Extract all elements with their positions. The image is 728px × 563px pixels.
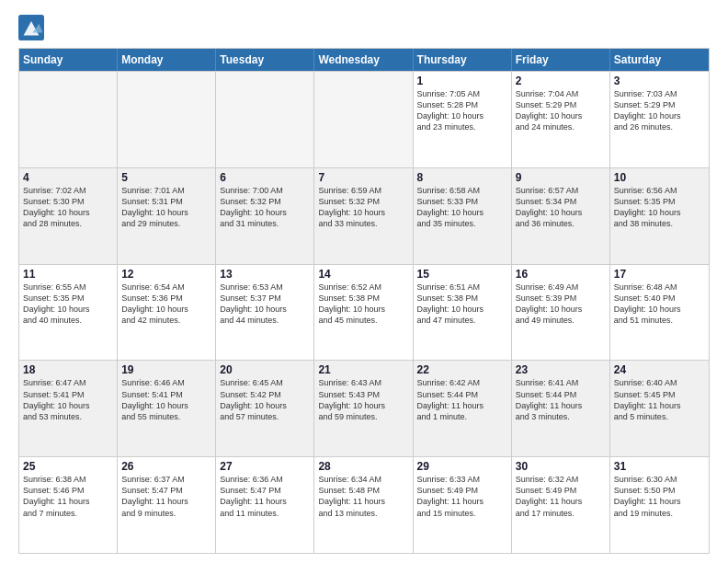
calendar-cell bbox=[19, 72, 118, 167]
day-number: 1 bbox=[417, 75, 507, 87]
day-number: 3 bbox=[614, 75, 705, 87]
day-number: 31 bbox=[614, 460, 705, 473]
day-info: Sunrise: 7:01 AM Sunset: 5:31 PM Dayligh… bbox=[121, 185, 211, 230]
day-number: 30 bbox=[516, 460, 606, 473]
calendar-cell: 13Sunrise: 6:53 AM Sunset: 5:37 PM Dayli… bbox=[216, 265, 314, 361]
day-info: Sunrise: 7:05 AM Sunset: 5:28 PM Dayligh… bbox=[417, 88, 507, 133]
day-number: 21 bbox=[318, 363, 408, 376]
day-number: 11 bbox=[23, 268, 113, 281]
logo-area bbox=[18, 15, 48, 40]
calendar-cell: 10Sunrise: 6:56 AM Sunset: 5:35 PM Dayli… bbox=[610, 168, 709, 264]
day-info: Sunrise: 6:42 AM Sunset: 5:44 PM Dayligh… bbox=[417, 377, 507, 422]
day-info: Sunrise: 6:30 AM Sunset: 5:50 PM Dayligh… bbox=[614, 474, 705, 519]
calendar-header-saturday: Saturday bbox=[610, 49, 709, 71]
calendar-cell: 29Sunrise: 6:33 AM Sunset: 5:49 PM Dayli… bbox=[414, 457, 512, 553]
day-info: Sunrise: 6:32 AM Sunset: 5:49 PM Dayligh… bbox=[516, 474, 606, 519]
day-number: 8 bbox=[417, 171, 507, 184]
day-info: Sunrise: 6:43 AM Sunset: 5:43 PM Dayligh… bbox=[318, 377, 408, 422]
day-number: 19 bbox=[121, 363, 211, 376]
day-info: Sunrise: 6:59 AM Sunset: 5:32 PM Dayligh… bbox=[318, 185, 408, 230]
calendar-cell: 17Sunrise: 6:48 AM Sunset: 5:40 PM Dayli… bbox=[610, 265, 709, 361]
calendar-cell: 15Sunrise: 6:51 AM Sunset: 5:38 PM Dayli… bbox=[414, 265, 512, 361]
calendar-cell bbox=[118, 72, 216, 167]
calendar-cell bbox=[314, 72, 413, 167]
calendar-cell: 1Sunrise: 7:05 AM Sunset: 5:28 PM Daylig… bbox=[414, 72, 512, 167]
day-info: Sunrise: 6:54 AM Sunset: 5:36 PM Dayligh… bbox=[121, 282, 211, 327]
calendar-cell: 27Sunrise: 6:36 AM Sunset: 5:47 PM Dayli… bbox=[216, 457, 314, 553]
day-info: Sunrise: 6:57 AM Sunset: 5:34 PM Dayligh… bbox=[516, 185, 606, 230]
day-info: Sunrise: 6:38 AM Sunset: 5:46 PM Dayligh… bbox=[23, 474, 113, 519]
day-number: 28 bbox=[318, 460, 408, 473]
calendar-header-sunday: Sunday bbox=[19, 49, 118, 71]
calendar-header-wednesday: Wednesday bbox=[314, 49, 413, 71]
calendar-cell: 11Sunrise: 6:55 AM Sunset: 5:35 PM Dayli… bbox=[19, 265, 118, 361]
calendar-cell: 19Sunrise: 6:46 AM Sunset: 5:41 PM Dayli… bbox=[118, 361, 216, 456]
calendar-cell: 26Sunrise: 6:37 AM Sunset: 5:47 PM Dayli… bbox=[118, 457, 216, 553]
day-number: 22 bbox=[417, 363, 507, 376]
day-info: Sunrise: 6:41 AM Sunset: 5:44 PM Dayligh… bbox=[516, 377, 606, 422]
day-info: Sunrise: 7:02 AM Sunset: 5:30 PM Dayligh… bbox=[23, 185, 113, 230]
calendar-cell: 30Sunrise: 6:32 AM Sunset: 5:49 PM Dayli… bbox=[512, 457, 610, 553]
calendar-row-4: 25Sunrise: 6:38 AM Sunset: 5:46 PM Dayli… bbox=[19, 456, 709, 553]
calendar-cell: 18Sunrise: 6:47 AM Sunset: 5:41 PM Dayli… bbox=[19, 361, 118, 456]
day-number: 15 bbox=[417, 268, 507, 281]
day-info: Sunrise: 7:03 AM Sunset: 5:29 PM Dayligh… bbox=[614, 88, 705, 133]
day-info: Sunrise: 7:04 AM Sunset: 5:29 PM Dayligh… bbox=[516, 88, 606, 133]
day-info: Sunrise: 6:46 AM Sunset: 5:41 PM Dayligh… bbox=[121, 377, 211, 422]
day-info: Sunrise: 6:45 AM Sunset: 5:42 PM Dayligh… bbox=[220, 377, 310, 422]
day-info: Sunrise: 6:34 AM Sunset: 5:48 PM Dayligh… bbox=[318, 474, 408, 519]
logo-icon bbox=[18, 15, 44, 40]
header bbox=[18, 15, 710, 40]
calendar-row-3: 18Sunrise: 6:47 AM Sunset: 5:41 PM Dayli… bbox=[19, 360, 709, 456]
calendar-cell: 31Sunrise: 6:30 AM Sunset: 5:50 PM Dayli… bbox=[610, 457, 709, 553]
calendar: SundayMondayTuesdayWednesdayThursdayFrid… bbox=[18, 48, 710, 554]
day-info: Sunrise: 6:53 AM Sunset: 5:37 PM Dayligh… bbox=[220, 282, 310, 327]
calendar-cell: 20Sunrise: 6:45 AM Sunset: 5:42 PM Dayli… bbox=[216, 361, 314, 456]
calendar-cell: 21Sunrise: 6:43 AM Sunset: 5:43 PM Dayli… bbox=[314, 361, 413, 456]
day-number: 12 bbox=[121, 268, 211, 281]
calendar-header-friday: Friday bbox=[512, 49, 610, 71]
day-info: Sunrise: 6:36 AM Sunset: 5:47 PM Dayligh… bbox=[220, 474, 310, 519]
calendar-header-monday: Monday bbox=[118, 49, 216, 71]
calendar-header-thursday: Thursday bbox=[414, 49, 512, 71]
day-number: 9 bbox=[516, 171, 606, 184]
calendar-cell: 4Sunrise: 7:02 AM Sunset: 5:30 PM Daylig… bbox=[19, 168, 118, 264]
day-number: 27 bbox=[220, 460, 310, 473]
day-info: Sunrise: 6:56 AM Sunset: 5:35 PM Dayligh… bbox=[614, 185, 705, 230]
day-info: Sunrise: 6:40 AM Sunset: 5:45 PM Dayligh… bbox=[614, 377, 705, 422]
calendar-header-tuesday: Tuesday bbox=[216, 49, 314, 71]
day-number: 5 bbox=[121, 171, 211, 184]
day-number: 6 bbox=[220, 171, 310, 184]
day-number: 24 bbox=[614, 363, 705, 376]
day-number: 7 bbox=[318, 171, 408, 184]
day-info: Sunrise: 6:49 AM Sunset: 5:39 PM Dayligh… bbox=[516, 282, 606, 327]
day-number: 18 bbox=[23, 363, 113, 376]
calendar-cell: 16Sunrise: 6:49 AM Sunset: 5:39 PM Dayli… bbox=[512, 265, 610, 361]
day-number: 16 bbox=[516, 268, 606, 281]
day-info: Sunrise: 6:58 AM Sunset: 5:33 PM Dayligh… bbox=[417, 185, 507, 230]
day-number: 25 bbox=[23, 460, 113, 473]
day-number: 20 bbox=[220, 363, 310, 376]
calendar-cell: 14Sunrise: 6:52 AM Sunset: 5:38 PM Dayli… bbox=[314, 265, 413, 361]
calendar-row-0: 1Sunrise: 7:05 AM Sunset: 5:28 PM Daylig… bbox=[19, 71, 709, 167]
day-info: Sunrise: 6:52 AM Sunset: 5:38 PM Dayligh… bbox=[318, 282, 408, 327]
calendar-cell: 3Sunrise: 7:03 AM Sunset: 5:29 PM Daylig… bbox=[610, 72, 709, 167]
calendar-cell: 2Sunrise: 7:04 AM Sunset: 5:29 PM Daylig… bbox=[512, 72, 610, 167]
day-number: 17 bbox=[614, 268, 705, 281]
page: SundayMondayTuesdayWednesdayThursdayFrid… bbox=[0, 0, 728, 563]
day-info: Sunrise: 7:00 AM Sunset: 5:32 PM Dayligh… bbox=[220, 185, 310, 230]
day-number: 2 bbox=[516, 75, 606, 87]
day-info: Sunrise: 6:55 AM Sunset: 5:35 PM Dayligh… bbox=[23, 282, 113, 327]
day-info: Sunrise: 6:47 AM Sunset: 5:41 PM Dayligh… bbox=[23, 377, 113, 422]
day-info: Sunrise: 6:37 AM Sunset: 5:47 PM Dayligh… bbox=[121, 474, 211, 519]
calendar-cell: 24Sunrise: 6:40 AM Sunset: 5:45 PM Dayli… bbox=[610, 361, 709, 456]
day-number: 14 bbox=[318, 268, 408, 281]
calendar-cell: 7Sunrise: 6:59 AM Sunset: 5:32 PM Daylig… bbox=[314, 168, 413, 264]
calendar-header-row: SundayMondayTuesdayWednesdayThursdayFrid… bbox=[19, 49, 709, 71]
calendar-cell: 12Sunrise: 6:54 AM Sunset: 5:36 PM Dayli… bbox=[118, 265, 216, 361]
calendar-body: 1Sunrise: 7:05 AM Sunset: 5:28 PM Daylig… bbox=[19, 71, 709, 553]
calendar-cell: 25Sunrise: 6:38 AM Sunset: 5:46 PM Dayli… bbox=[19, 457, 118, 553]
day-info: Sunrise: 6:51 AM Sunset: 5:38 PM Dayligh… bbox=[417, 282, 507, 327]
day-number: 13 bbox=[220, 268, 310, 281]
day-number: 23 bbox=[516, 363, 606, 376]
